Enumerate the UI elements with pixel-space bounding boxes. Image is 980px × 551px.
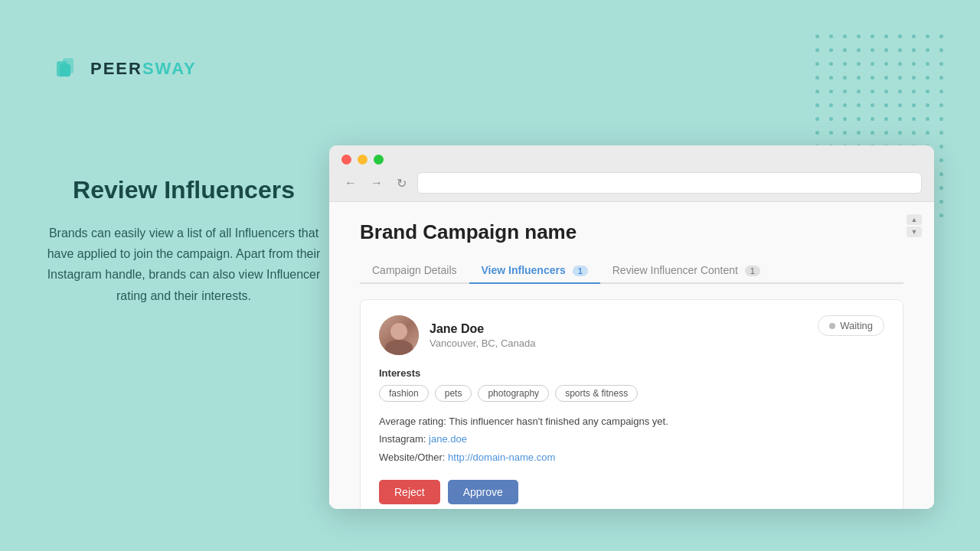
logo-icon — [55, 55, 83, 83]
browser-nav: ← → ↻ — [341, 172, 922, 194]
status-label: Waiting — [840, 320, 873, 331]
interest-tag: photography — [478, 385, 549, 402]
average-rating: Average rating: This influencer hasn't f… — [379, 412, 884, 430]
website-link[interactable]: http://domain-name.com — [448, 452, 555, 463]
tab-review-content[interactable]: Review Influencer Content 1 — [600, 258, 773, 282]
minimize-button[interactable] — [358, 155, 368, 165]
left-heading: Review Influencers — [46, 176, 322, 204]
interests-label: Interests — [379, 367, 884, 379]
close-button[interactable] — [341, 155, 351, 165]
forward-button[interactable]: → — [368, 174, 386, 191]
card-user: Jane Doe Vancouver, BC, Canada — [379, 315, 536, 355]
scroll-control[interactable]: ▲ ▼ — [906, 214, 922, 237]
left-content-panel: Review Influencers Brands can easily vie… — [46, 176, 322, 306]
user-info: Jane Doe Vancouver, BC, Canada — [430, 322, 536, 349]
reload-button[interactable]: ↻ — [394, 174, 410, 192]
back-button[interactable]: ← — [341, 174, 360, 191]
logo-peer: PEER — [90, 59, 142, 78]
review-content-badge: 1 — [745, 266, 760, 276]
scroll-down-arrow[interactable]: ▼ — [906, 227, 922, 237]
user-name: Jane Doe — [430, 322, 536, 336]
tabs-container: Campaign Details View Influencers 1 Revi… — [360, 258, 903, 284]
reject-button[interactable]: Reject — [379, 480, 440, 504]
window-controls — [341, 155, 922, 165]
maximize-button[interactable] — [374, 155, 384, 165]
tags-container: fashionpetsphotographysports & fitness — [379, 385, 884, 402]
interest-tag: fashion — [379, 385, 429, 402]
scroll-up-arrow[interactable]: ▲ — [906, 214, 922, 225]
status-dot — [829, 323, 835, 329]
logo-text: PEERSWAY — [90, 59, 197, 79]
interest-tag: sports & fitness — [555, 385, 638, 402]
avatar-image — [379, 315, 419, 355]
website-line: Website/Other: http://domain-name.com — [379, 448, 884, 466]
left-body: Brands can easily view a list of all Inf… — [46, 223, 322, 306]
instagram-link[interactable]: jane.doe — [429, 433, 467, 445]
card-header: Jane Doe Vancouver, BC, Canada Waiting — [379, 315, 884, 355]
campaign-title: Brand Campaign name — [360, 220, 903, 244]
view-influencers-badge: 1 — [573, 266, 588, 276]
interest-tag: pets — [435, 385, 472, 402]
info-text: Average rating: This influencer hasn't f… — [379, 412, 884, 466]
influencer-card: Jane Doe Vancouver, BC, Canada Waiting I… — [360, 299, 903, 509]
address-bar[interactable] — [417, 172, 922, 194]
svg-rect-2 — [60, 64, 70, 77]
instagram-label: Instagram: — [379, 433, 429, 445]
tab-campaign-details[interactable]: Campaign Details — [360, 258, 469, 282]
browser-chrome: ← → ↻ — [329, 145, 934, 202]
approve-button[interactable]: Approve — [448, 480, 518, 504]
browser-window: ← → ↻ ▲ ▼ Brand Campaign name Campaign D… — [329, 145, 934, 509]
instagram-line: Instagram: jane.doe — [379, 430, 884, 448]
browser-content: ▲ ▼ Brand Campaign name Campaign Details… — [329, 202, 934, 509]
user-location: Vancouver, BC, Canada — [430, 337, 536, 349]
website-label: Website/Other: — [379, 452, 448, 463]
interests-section: Interests fashionpetsphotographysports &… — [379, 367, 884, 402]
logo: PEERSWAY — [55, 55, 197, 83]
avatar — [379, 315, 419, 355]
status-badge: Waiting — [818, 315, 884, 336]
action-buttons: Reject Approve — [379, 480, 884, 504]
tab-view-influencers[interactable]: View Influencers 1 — [469, 258, 600, 282]
logo-sway: SWAY — [142, 59, 197, 78]
